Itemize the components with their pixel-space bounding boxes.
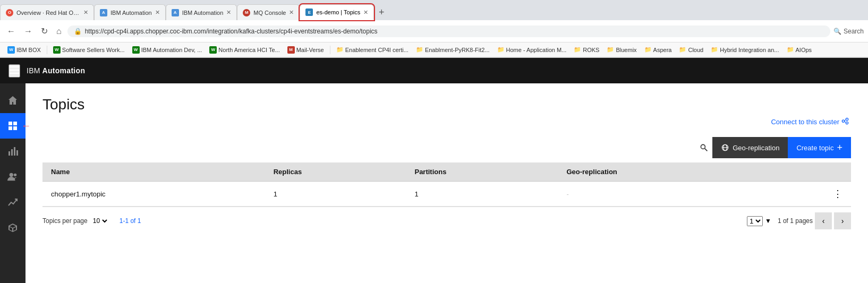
bookmark-enablement-cp4i[interactable]: 📁 Enablement CP4I certi... [333, 45, 412, 54]
bookmark-roks[interactable]: 📁 ROKS [571, 45, 602, 54]
svg-point-14 [842, 120, 844, 122]
connect-row: Connect to this cluster [42, 117, 851, 126]
folder-icon-roks: 📁 [574, 46, 581, 53]
folder-icon-hybrid: 📁 [711, 46, 718, 53]
bookmark-ibm-automation-dev[interactable]: W IBM Automation Dev, ... [129, 45, 206, 55]
browser-search-box[interactable]: 🔍 Search [833, 28, 864, 35]
next-page-button[interactable]: › [834, 212, 851, 229]
bookmark-label-enablement-cp4i: Enablement CP4I certi... [345, 47, 409, 53]
bookmark-label-pyrk8: Enablment-PyRK8-Fit2... [425, 47, 490, 53]
sidebar-item-box[interactable] [0, 215, 25, 241]
tab-overview[interactable]: O Overview · Red Hat OpenShift C... ✕ [0, 4, 94, 20]
url-text: https://cpd-cp4i.apps.chopper.coc-ibm.co… [85, 28, 824, 35]
bookmark-icon-ibm-box: W [7, 46, 15, 54]
svg-rect-8 [11, 149, 13, 156]
folder-icon-aspera: 📁 [644, 46, 652, 53]
brand-suffix: Automation [40, 66, 85, 75]
tab-close-ibm2[interactable]: ✕ [226, 9, 231, 16]
home-button[interactable]: ⌂ [54, 25, 64, 37]
svg-rect-4 [13, 122, 17, 125]
new-tab-button[interactable]: + [374, 4, 389, 20]
tab-close-mq[interactable]: ✕ [289, 9, 294, 16]
folder-icon-home-app: 📁 [497, 46, 505, 53]
topbar: IBM Automation [0, 58, 868, 83]
tab-favicon-ibm1: A [100, 9, 107, 16]
tab-ibm-automation-1[interactable]: A IBM Automation ✕ [94, 4, 166, 20]
sidebar-item-users[interactable] [0, 164, 25, 190]
col-actions [769, 162, 852, 182]
svg-point-15 [846, 122, 848, 124]
sidebar-item-home[interactable] [0, 88, 25, 113]
col-replicas: Replicas [265, 162, 406, 182]
table-row[interactable]: chopper1.mytopic 1 1 - ⋮ [42, 182, 851, 207]
bookmark-north-america[interactable]: W North America HCI Te... [206, 45, 283, 55]
toolbar: Geo-replication Create topic + [42, 133, 851, 162]
bookmark-ibm-box[interactable]: W IBM BOX [4, 45, 44, 55]
folder-icon-pyrk8: 📁 [416, 46, 423, 53]
bookmark-label-hybrid: Hybrid Integration an... [720, 47, 779, 53]
bookmark-label-ibm-dev: IBM Automation Dev, ... [141, 47, 202, 53]
bookmark-aspera[interactable]: 📁 Aspera [641, 45, 675, 54]
bookmark-label-mail-verse: Mail-Verse [296, 47, 324, 53]
back-button[interactable]: ← [4, 25, 18, 37]
create-topic-button[interactable]: Create topic + [788, 137, 851, 158]
address-bar[interactable]: 🔒 https://cpd-cp4i.apps.chopper.coc-ibm.… [67, 25, 830, 37]
prev-page-button[interactable]: ‹ [815, 212, 832, 229]
bookmark-hybrid-integration[interactable]: 📁 Hybrid Integration an... [708, 45, 782, 54]
col-name: Name [42, 162, 265, 182]
hamburger-menu-button[interactable] [8, 64, 20, 78]
bookmark-bluemix[interactable]: 📁 Bluemix [603, 45, 640, 54]
tab-close-overview[interactable]: ✕ [83, 9, 88, 16]
row-overflow-menu[interactable]: ⋮ [769, 182, 852, 207]
page-number-select[interactable]: 1 [747, 216, 763, 226]
refresh-button[interactable]: ↻ [38, 25, 50, 37]
cell-partitions: 1 [406, 182, 558, 207]
sidebar-item-grid[interactable]: ← [0, 113, 25, 139]
tab-close-ibm1[interactable]: ✕ [155, 9, 160, 16]
tab-bar: O Overview · Red Hat OpenShift C... ✕ A … [0, 0, 868, 20]
page-select[interactable]: 1 ▼ [747, 216, 771, 226]
shield-icon: 🔒 [74, 28, 82, 35]
connect-to-cluster-link[interactable]: Connect to this cluster [771, 117, 849, 126]
bookmark-home-application[interactable]: 📁 Home - Application M... [494, 45, 570, 54]
cell-replicas: 1 [265, 182, 406, 207]
geo-replication-button[interactable]: Geo-replication [712, 137, 788, 158]
bookmark-software-sellers[interactable]: W Software Sellers Work... [50, 45, 128, 55]
table-search-button[interactable] [695, 139, 712, 156]
svg-point-12 [14, 174, 16, 176]
bookmark-label-bluemix: Bluemix [616, 47, 636, 53]
bookmark-separator-2 [330, 46, 330, 54]
tab-favicon-mq: M [243, 9, 250, 16]
bookmark-enablment-pyrk8[interactable]: 📁 Enablment-PyRK8-Fit2... [413, 45, 493, 54]
folder-icon-cloud: 📁 [679, 46, 686, 53]
page-title: Topics [42, 96, 851, 113]
table-header-row: Name Replicas Partitions Geo-replication [42, 162, 851, 182]
per-page-select[interactable]: 10 25 50 [91, 217, 109, 225]
svg-point-11 [10, 173, 13, 177]
bookmark-mail-verse[interactable]: M Mail-Verse [284, 45, 327, 55]
svg-rect-3 [8, 122, 12, 125]
tab-close-es[interactable]: ✕ [363, 9, 368, 16]
tab-ibm-automation-2[interactable]: A IBM Automation ✕ [166, 4, 237, 20]
svg-rect-1 [10, 70, 19, 71]
app-shell: IBM Automation ← [0, 58, 868, 283]
create-topic-plus-icon: + [837, 142, 843, 153]
svg-point-13 [846, 118, 848, 120]
bookmark-icon-ibm-dev: W [132, 46, 140, 54]
tab-mq-console[interactable]: M MQ Console ✕ [237, 4, 300, 20]
bookmark-cloud[interactable]: 📁 Cloud [676, 45, 707, 54]
tab-es-demo-topics[interactable]: E es-demo | Topics ✕ [300, 4, 374, 20]
cell-geo-replication: - [558, 182, 768, 207]
per-page-selector[interactable]: Topics per page 10 25 50 [42, 217, 109, 225]
bookmark-separator [47, 46, 47, 54]
page-navigation: 1 ▼ 1 of 1 pages ‹ › [747, 212, 851, 229]
sidebar-item-chart[interactable] [0, 139, 25, 164]
svg-rect-10 [16, 150, 18, 156]
per-page-label: Topics per page [42, 217, 88, 225]
pagination-row: Topics per page 10 25 50 1-1 of 1 1 [42, 207, 851, 229]
bookmark-aiops[interactable]: 📁 AIOps [784, 45, 815, 54]
bookmark-icon-software-sellers: W [53, 46, 61, 54]
sidebar-item-trend[interactable] [0, 190, 25, 215]
forward-button[interactable]: → [21, 25, 35, 37]
svg-rect-5 [8, 126, 12, 130]
